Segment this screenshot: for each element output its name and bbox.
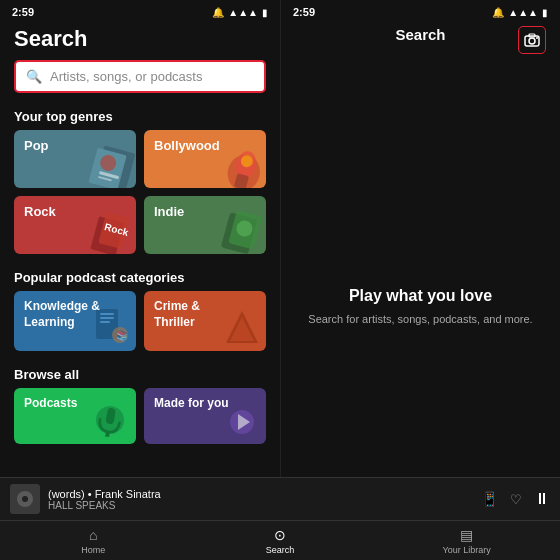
camera-icon xyxy=(524,33,540,47)
right-nav-search[interactable]: ⊙ Search xyxy=(280,523,373,559)
signal-icon: ▲▲▲ xyxy=(228,7,258,18)
left-header: Search xyxy=(0,22,280,60)
podcast-card-crime[interactable]: Crime &Thriller xyxy=(144,291,266,351)
crime-art xyxy=(222,307,262,347)
podcast-card-knowledge[interactable]: Knowledge &Learning 📚 xyxy=(14,291,136,351)
genre-card-rock[interactable]: Rock Rock xyxy=(14,196,136,254)
genre-rock-label: Rock xyxy=(24,204,56,219)
svg-point-34 xyxy=(536,37,538,39)
search-placeholder-text: Artists, songs, or podcasts xyxy=(50,69,202,84)
bollywood-art xyxy=(215,140,266,188)
right-battery-icon: ▮ xyxy=(542,7,548,18)
browse-card-podcasts[interactable]: Podcasts xyxy=(14,388,136,444)
play-what-you-love-subtitle: Search for artists, songs, podcasts, and… xyxy=(308,313,532,325)
podcast-crime-label: Crime &Thriller xyxy=(154,299,200,330)
right-page-title: Search xyxy=(395,26,445,43)
right-notification-icon: 🔔 xyxy=(492,7,504,18)
genre-bollywood-label: Bollywood xyxy=(154,138,220,153)
indie-art xyxy=(215,206,266,254)
right-np-device-icon[interactable]: 📱 xyxy=(481,491,498,507)
right-np-title: (words) • Frank Sinatra xyxy=(280,488,473,500)
search-icon: 🔍 xyxy=(26,69,42,84)
svg-rect-17 xyxy=(100,317,114,319)
battery-icon: ▮ xyxy=(262,7,268,18)
right-library-icon: ▤ xyxy=(460,527,473,543)
right-search-nav-icon: ⊙ xyxy=(280,527,286,543)
browse-grid: Podcasts Made for you xyxy=(0,388,280,444)
svg-rect-25 xyxy=(105,431,110,437)
right-status-bar: 2:59 🔔 ▲▲▲ ▮ xyxy=(281,0,560,22)
browse-made-label: Made for you xyxy=(154,396,229,410)
right-nav-library[interactable]: ▤ Your Library xyxy=(373,523,560,559)
podcast-label: Popular podcast categories xyxy=(0,264,280,291)
right-header: Search xyxy=(281,22,560,51)
podcast-knowledge-label: Knowledge &Learning xyxy=(24,299,100,330)
rock-art: Rock xyxy=(85,206,136,254)
svg-rect-18 xyxy=(100,321,110,323)
genre-card-indie[interactable]: Indie xyxy=(144,196,266,254)
browse-all-label: Browse all xyxy=(0,361,280,388)
right-np-info: (words) • Frank Sinatra HALL SPEAKS xyxy=(280,488,473,511)
left-search-bar[interactable]: 🔍 Artists, songs, or podcasts xyxy=(14,60,266,93)
genre-card-bollywood[interactable]: Bollywood xyxy=(144,130,266,188)
play-what-you-love-title: Play what you love xyxy=(349,287,492,305)
right-np-controls: 📱 ♡ ⏸ xyxy=(481,490,550,508)
left-search-container: 🔍 Artists, songs, or podcasts xyxy=(0,60,280,103)
genre-pop-label: Pop xyxy=(24,138,49,153)
right-panel: 2:59 🔔 ▲▲▲ ▮ Search Play what you love S… xyxy=(280,0,560,560)
right-library-label: Your Library xyxy=(443,545,491,555)
right-bottom-nav: ⌂ Home ⊙ Search ▤ Your Library xyxy=(280,520,560,560)
right-now-playing-bar: (words) • Frank Sinatra HALL SPEAKS 📱 ♡ … xyxy=(280,477,560,520)
right-np-pause-icon[interactable]: ⏸ xyxy=(534,490,550,508)
svg-rect-16 xyxy=(100,313,114,315)
camera-button[interactable] xyxy=(518,26,546,54)
left-panel: 2:59 🔔 ▲▲▲ ▮ Search 🔍 Artists, songs, or… xyxy=(0,0,280,560)
left-status-bar: 2:59 🔔 ▲▲▲ ▮ xyxy=(0,0,280,22)
podcasts-art xyxy=(85,395,136,444)
browse-card-made-for-you[interactable]: Made for you xyxy=(144,388,266,444)
left-status-time: 2:59 xyxy=(12,6,34,18)
top-genres-label: Your top genres xyxy=(0,103,280,130)
right-status-time: 2:59 xyxy=(293,6,315,18)
right-signal-icon: ▲▲▲ xyxy=(508,7,538,18)
svg-text:📚: 📚 xyxy=(116,329,129,342)
notification-icon: 🔔 xyxy=(212,7,224,18)
pop-art xyxy=(85,140,136,188)
svg-point-32 xyxy=(529,38,535,44)
podcast-grid: Knowledge &Learning 📚 Crime &Thriller xyxy=(0,291,280,351)
genre-indie-label: Indie xyxy=(154,204,184,219)
right-status-icons: 🔔 ▲▲▲ ▮ xyxy=(492,7,548,18)
browse-podcasts-label: Podcasts xyxy=(24,396,77,410)
right-np-heart-icon[interactable]: ♡ xyxy=(510,492,522,507)
left-page-title: Search xyxy=(14,26,87,51)
right-search-nav-label: Search xyxy=(280,545,294,555)
left-status-icons: 🔔 ▲▲▲ ▮ xyxy=(212,7,268,18)
genre-grid: Pop Bollywood Rock xyxy=(0,130,280,254)
right-np-artist: HALL SPEAKS xyxy=(280,500,473,511)
genre-card-pop[interactable]: Pop xyxy=(14,130,136,188)
